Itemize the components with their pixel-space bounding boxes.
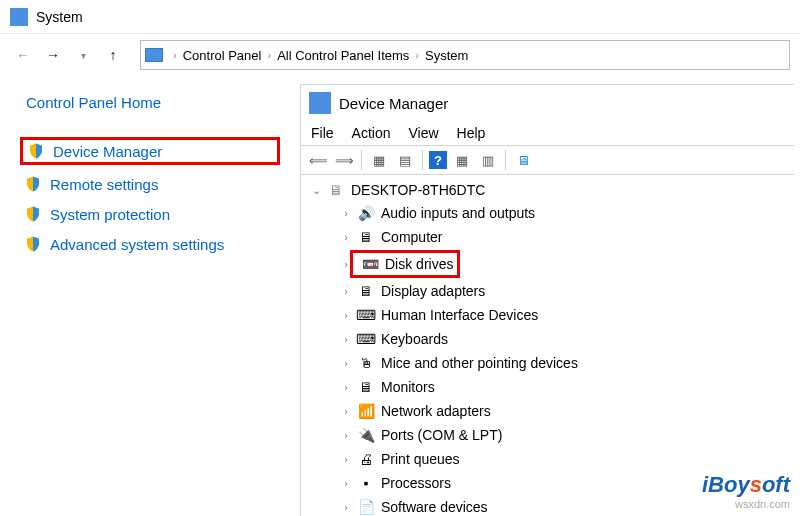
- toolbar-icons-icon[interactable]: ▤: [394, 149, 416, 171]
- tree-root-label: DESKTOP-8TH6DTC: [351, 182, 485, 198]
- menu-help[interactable]: Help: [457, 125, 486, 141]
- device-manager-icon: [309, 92, 331, 114]
- expand-icon[interactable]: ›: [339, 376, 353, 398]
- tree-node[interactable]: ›🖥Computer: [309, 225, 794, 249]
- breadcrumb-item[interactable]: All Control Panel Items: [273, 48, 413, 63]
- device-category-icon: 📼: [361, 255, 379, 273]
- toolbar-separator: [422, 150, 423, 170]
- sidebar-item-label: Remote settings: [50, 176, 158, 193]
- computer-icon: 🖥: [327, 181, 345, 199]
- expand-icon[interactable]: ›: [339, 226, 353, 248]
- device-category-icon: 🖥: [357, 282, 375, 300]
- toolbar-separator: [505, 150, 506, 170]
- tree-node[interactable]: ›🖥Monitors: [309, 375, 794, 399]
- tree-root-node[interactable]: ⌄ 🖥 DESKTOP-8TH6DTC: [309, 181, 794, 199]
- sidebar-item-advanced-system-settings[interactable]: Advanced system settings: [20, 233, 280, 255]
- device-category-icon: 📄: [357, 498, 375, 516]
- tree-node[interactable]: ›⌨Keyboards: [309, 327, 794, 351]
- tree-node-label: Computer: [381, 226, 442, 248]
- expand-icon[interactable]: ›: [339, 328, 353, 350]
- tree-node[interactable]: ›🖥Display adapters: [309, 279, 794, 303]
- expand-icon[interactable]: ›: [339, 352, 353, 374]
- expand-icon[interactable]: ›: [339, 280, 353, 302]
- shield-icon: [24, 235, 42, 253]
- device-category-icon: 🖨: [357, 450, 375, 468]
- tree-node-label: Mice and other pointing devices: [381, 352, 578, 374]
- tree-node[interactable]: ›📼Disk drives: [309, 249, 794, 279]
- toolbar-monitor-icon[interactable]: 🖥: [512, 149, 534, 171]
- toolbar-help-icon[interactable]: ?: [429, 151, 447, 169]
- device-tree: ⌄ 🖥 DESKTOP-8TH6DTC ›🔊Audio inputs and o…: [301, 175, 794, 516]
- tree-node-label: Display adapters: [381, 280, 485, 302]
- device-manager-panel: Device Manager File Action View Help ⟸ ⟹…: [300, 84, 794, 516]
- device-category-icon: 🖥: [357, 228, 375, 246]
- watermark: iBoysoft wsxdn.com: [702, 472, 790, 510]
- toolbar-scan-icon[interactable]: ▦: [451, 149, 473, 171]
- device-category-icon: 🔊: [357, 204, 375, 222]
- toolbar-computer-icon[interactable]: ▥: [477, 149, 499, 171]
- chevron-right-icon[interactable]: ›: [171, 49, 179, 61]
- device-manager-title: Device Manager: [339, 95, 448, 112]
- watermark-url: wsxdn.com: [702, 498, 790, 510]
- navigation-bar: ← → ▾ ↑ › Control Panel › All Control Pa…: [0, 34, 800, 76]
- device-category-icon: 🖱: [357, 354, 375, 372]
- device-manager-toolbar: ⟸ ⟹ ▦ ▤ ? ▦ ▥ 🖥: [301, 145, 794, 175]
- tree-node[interactable]: ›⌨Human Interface Devices: [309, 303, 794, 327]
- expand-icon[interactable]: ›: [339, 400, 353, 422]
- sidebar-item-system-protection[interactable]: System protection: [20, 203, 280, 225]
- window-title-bar: System: [0, 0, 800, 34]
- menu-file[interactable]: File: [311, 125, 334, 141]
- device-category-icon: ⌨: [357, 306, 375, 324]
- tree-node-label: Audio inputs and outputs: [381, 202, 535, 224]
- toolbar-forward-icon[interactable]: ⟹: [333, 149, 355, 171]
- tree-node[interactable]: ›🔊Audio inputs and outputs: [309, 201, 794, 225]
- toolbar-details-icon[interactable]: ▦: [368, 149, 390, 171]
- recent-dropdown[interactable]: ▾: [70, 42, 96, 68]
- device-manager-titlebar: Device Manager: [301, 85, 794, 121]
- address-icon: [145, 48, 163, 62]
- shield-icon: [24, 175, 42, 193]
- breadcrumb-item[interactable]: System: [421, 48, 472, 63]
- window-title: System: [36, 9, 83, 25]
- toolbar-back-icon[interactable]: ⟸: [307, 149, 329, 171]
- device-category-icon: ▪: [357, 474, 375, 492]
- sidebar-item-label: System protection: [50, 206, 170, 223]
- address-bar[interactable]: › Control Panel › All Control Panel Item…: [140, 40, 790, 70]
- sidebar-item-remote-settings[interactable]: Remote settings: [20, 173, 280, 195]
- tree-node[interactable]: ›📶Network adapters: [309, 399, 794, 423]
- shield-icon: [24, 205, 42, 223]
- sidebar-item-label: Device Manager: [53, 143, 162, 160]
- expand-icon[interactable]: ›: [339, 304, 353, 326]
- tree-node-label: Human Interface Devices: [381, 304, 538, 326]
- expand-icon[interactable]: ›: [339, 448, 353, 470]
- sidebar-item-device-manager[interactable]: Device Manager: [20, 137, 280, 165]
- tree-node[interactable]: ›🔌Ports (COM & LPT): [309, 423, 794, 447]
- left-sidebar: Control Panel Home Device ManagerRemote …: [0, 76, 300, 516]
- tree-node-label: Disk drives: [385, 253, 453, 275]
- expand-icon[interactable]: ›: [339, 472, 353, 494]
- tree-node-label: Ports (COM & LPT): [381, 424, 502, 446]
- tree-node[interactable]: ›🖱Mice and other pointing devices: [309, 351, 794, 375]
- collapse-icon[interactable]: ⌄: [309, 184, 323, 197]
- shield-icon: [27, 142, 45, 160]
- control-panel-home-link[interactable]: Control Panel Home: [26, 94, 280, 111]
- tree-node-label: Software devices: [381, 496, 488, 516]
- chevron-right-icon[interactable]: ›: [413, 49, 421, 61]
- device-category-icon: 🔌: [357, 426, 375, 444]
- expand-icon[interactable]: ›: [339, 424, 353, 446]
- expand-icon[interactable]: ›: [339, 496, 353, 516]
- expand-icon[interactable]: ›: [339, 202, 353, 224]
- forward-button[interactable]: →: [40, 42, 66, 68]
- tree-node[interactable]: ›🖨Print queues: [309, 447, 794, 471]
- breadcrumb-item[interactable]: Control Panel: [179, 48, 266, 63]
- toolbar-separator: [361, 150, 362, 170]
- device-category-icon: ⌨: [357, 330, 375, 348]
- chevron-right-icon[interactable]: ›: [265, 49, 273, 61]
- device-category-icon: 🖥: [357, 378, 375, 396]
- device-manager-menubar: File Action View Help: [301, 121, 794, 145]
- system-icon: [10, 8, 28, 26]
- menu-action[interactable]: Action: [352, 125, 391, 141]
- menu-view[interactable]: View: [408, 125, 438, 141]
- back-button[interactable]: ←: [10, 42, 36, 68]
- up-button[interactable]: ↑: [100, 42, 126, 68]
